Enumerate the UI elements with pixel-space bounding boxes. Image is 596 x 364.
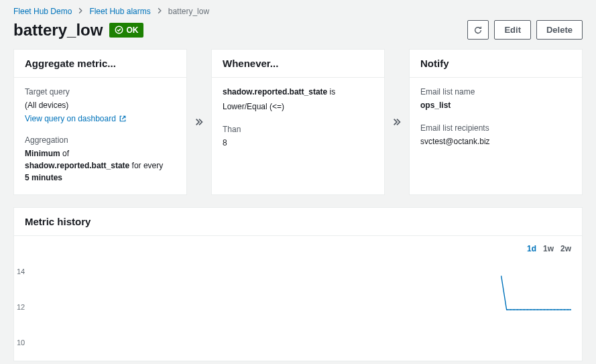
page-title: battery_low bbox=[13, 21, 103, 40]
y-tick-14: 14 bbox=[17, 267, 25, 276]
whenever-card: Whenever... shadow.reported.batt_state i… bbox=[211, 49, 385, 195]
notify-card: Notify Email list name ops_list Email li… bbox=[409, 49, 583, 195]
condition-operator: Lower/Equal (<=) bbox=[223, 101, 373, 113]
refresh-icon bbox=[473, 25, 483, 35]
flow-arrow bbox=[192, 49, 206, 195]
timeframe-selector: 1d 1w 2w bbox=[14, 236, 582, 253]
metric-chart: 14 12 10 bbox=[14, 253, 582, 361]
header-actions: Edit Delete bbox=[467, 20, 583, 40]
refresh-button[interactable] bbox=[467, 20, 489, 40]
y-tick-12: 12 bbox=[17, 303, 25, 311]
target-query-value: (All devices) bbox=[25, 99, 176, 111]
aggregate-metric-card: Aggregate metric... Target query (All de… bbox=[13, 49, 187, 195]
timeframe-2w[interactable]: 2w bbox=[560, 244, 571, 253]
edit-button[interactable]: Edit bbox=[494, 20, 531, 40]
y-tick-10: 10 bbox=[17, 339, 25, 347]
alarm-summary-row: Aggregate metric... Target query (All de… bbox=[13, 49, 583, 207]
status-text: OK bbox=[126, 25, 138, 35]
email-list-name-label: Email list name bbox=[420, 87, 571, 97]
than-label: Than bbox=[223, 125, 373, 134]
chart-line bbox=[33, 259, 571, 361]
flow-arrow bbox=[390, 49, 404, 195]
target-query-label: Target query bbox=[25, 87, 176, 97]
check-circle-icon bbox=[115, 25, 123, 34]
page-header: battery_low OK Edit Delete bbox=[13, 20, 583, 49]
condition-field: shadow.reported.batt_state is bbox=[223, 86, 373, 98]
aggregation-value: Minimum of shadow.reported.batt_state fo… bbox=[25, 147, 176, 184]
threshold-value: 8 bbox=[223, 137, 373, 149]
card-title: Notify bbox=[410, 50, 582, 78]
view-query-link-text: View query on dashboard bbox=[25, 114, 116, 123]
card-title: Metric history bbox=[14, 208, 582, 236]
breadcrumb-link-alarms[interactable]: Fleet Hub alarms bbox=[89, 7, 150, 16]
chevron-right-icon bbox=[77, 7, 84, 16]
view-query-link[interactable]: View query on dashboard bbox=[25, 114, 176, 123]
timeframe-1w[interactable]: 1w bbox=[543, 244, 554, 253]
breadcrumb-current: battery_low bbox=[168, 7, 209, 16]
metric-history-card: Metric history 1d 1w 2w 14 12 10 bbox=[13, 207, 583, 361]
delete-button[interactable]: Delete bbox=[536, 20, 583, 40]
external-link-icon bbox=[119, 115, 127, 123]
breadcrumb: Fleet Hub Demo Fleet Hub alarms battery_… bbox=[13, 0, 583, 20]
timeframe-1d[interactable]: 1d bbox=[527, 244, 536, 253]
chevron-double-right-icon bbox=[194, 117, 204, 127]
email-recipients-value: svctest@octank.biz bbox=[420, 135, 571, 147]
chevron-double-right-icon bbox=[392, 117, 402, 127]
email-recipients-label: Email list recipients bbox=[420, 123, 571, 133]
aggregation-label: Aggregation bbox=[25, 135, 176, 145]
email-list-name-value: ops_list bbox=[420, 99, 571, 111]
chevron-right-icon bbox=[156, 7, 163, 16]
breadcrumb-link-root[interactable]: Fleet Hub Demo bbox=[13, 7, 72, 16]
card-title: Aggregate metric... bbox=[14, 50, 186, 78]
status-badge: OK bbox=[109, 23, 143, 38]
card-title: Whenever... bbox=[212, 50, 384, 78]
